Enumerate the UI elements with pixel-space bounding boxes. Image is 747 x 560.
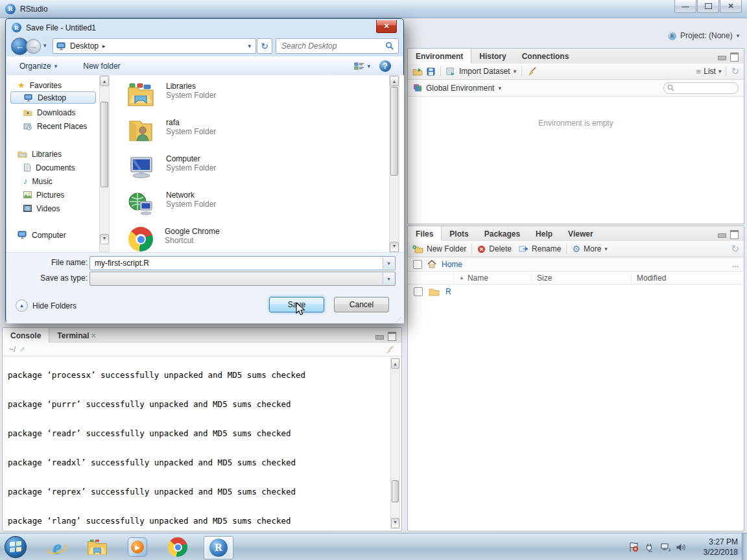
pane-maximize-icon[interactable] <box>730 230 739 239</box>
pane-maximize-icon[interactable] <box>730 52 739 62</box>
close-button[interactable]: ✕ <box>720 0 742 13</box>
tab-environment[interactable]: Environment <box>408 49 471 64</box>
tab-packages[interactable]: Packages <box>477 226 528 241</box>
project-selector[interactable]: R Project: (None) ▾ <box>668 31 739 40</box>
environment-search-input[interactable] <box>663 82 739 94</box>
search-box[interactable] <box>276 38 399 54</box>
sidebar-scrollbar[interactable]: ▲ ▲ <box>99 75 110 252</box>
row-checkbox[interactable] <box>414 287 423 296</box>
breadcrumb-home[interactable]: Home <box>442 260 462 269</box>
column-size[interactable]: Size <box>532 272 632 284</box>
file-item-rafa[interactable]: rafaSystem Folder <box>127 118 386 146</box>
import-dataset-button[interactable]: Import Dataset <box>459 67 510 76</box>
taskbar-rstudio-button[interactable]: R <box>204 536 233 559</box>
history-dropdown-icon[interactable]: ▾ <box>43 42 47 49</box>
address-breadcrumb[interactable]: Desktop ▸ ▾ <box>53 38 256 54</box>
open-folder-icon[interactable] <box>412 67 423 76</box>
taskbar-clock[interactable]: 3:27 PM 3/22/2018 <box>704 537 738 557</box>
pane-minimize-icon[interactable] <box>718 233 726 238</box>
delete-button[interactable]: Delete <box>489 244 512 253</box>
column-modified[interactable]: Modified <box>632 272 744 284</box>
file-item-computer[interactable]: ComputerSystem Folder <box>127 154 386 183</box>
sidebar-item-music[interactable]: ♪ Music <box>23 175 53 187</box>
clear-console-icon[interactable] <box>385 345 395 354</box>
chevron-down-icon[interactable]: ▾ <box>383 273 394 285</box>
dialog-close-button[interactable]: ✕ <box>376 20 397 33</box>
column-name[interactable]: ▲Name <box>454 274 532 283</box>
hide-folders-button[interactable]: ▲ Hide Folders <box>16 299 77 312</box>
refresh-icon[interactable]: ↻ <box>731 65 739 77</box>
sidebar-item-downloads[interactable]: Downloads <box>23 106 75 119</box>
sidebar-item-documents[interactable]: Documents <box>23 161 75 174</box>
sidebar-group-favorites[interactable]: ★ Favorites <box>18 79 62 91</box>
select-all-checkbox[interactable] <box>413 260 422 269</box>
ellipsis-button[interactable]: ... <box>732 260 739 269</box>
tab-viewer[interactable]: Viewer <box>560 226 600 241</box>
sidebar-group-libraries[interactable]: Libraries <box>18 148 62 160</box>
file-list-scrollbar[interactable]: ▲ ▲ <box>389 75 399 252</box>
new-folder-button[interactable]: New Folder <box>427 244 466 253</box>
refresh-button[interactable]: ↻ <box>257 38 272 54</box>
broom-icon[interactable] <box>527 67 538 76</box>
tab-help[interactable]: Help <box>528 226 560 241</box>
file-row-r[interactable]: R <box>408 285 744 299</box>
help-button[interactable]: ? <box>379 60 391 72</box>
pane-minimize-icon[interactable] <box>375 335 384 340</box>
file-item-chrome[interactable]: Google ChromeShortcut <box>127 227 386 252</box>
save-icon[interactable] <box>427 67 435 76</box>
action-center-icon[interactable] <box>628 542 639 552</box>
minimize-button[interactable]: — <box>674 0 696 13</box>
taskbar-wmp-icon[interactable]: ▶ <box>124 536 150 558</box>
sidebar-group-computer[interactable]: Computer <box>18 229 66 241</box>
file-name-input[interactable] <box>93 258 382 268</box>
search-input[interactable] <box>280 41 385 51</box>
pane-minimize-icon[interactable] <box>718 56 726 60</box>
volume-icon[interactable] <box>675 542 687 552</box>
sidebar-item-pictures[interactable]: Pictures <box>23 189 64 201</box>
restore-button[interactable] <box>697 0 719 13</box>
file-name-combobox[interactable]: ▾ <box>89 256 396 270</box>
goto-directory-icon[interactable]: ⇗ <box>19 345 25 354</box>
file-link[interactable]: R <box>445 287 451 296</box>
show-desktop-button[interactable] <box>742 533 747 560</box>
pane-maximize-icon[interactable] <box>388 332 396 341</box>
address-dropdown-icon[interactable]: ▾ <box>248 43 251 49</box>
network-tray-icon[interactable] <box>659 542 671 552</box>
tab-plots[interactable]: Plots <box>442 226 476 241</box>
sidebar-item-videos[interactable]: Videos <box>23 202 60 215</box>
resize-grip[interactable]: ⋰ <box>396 316 402 323</box>
power-plug-icon[interactable] <box>644 542 656 552</box>
organize-button[interactable]: Organize▾ <box>19 62 57 71</box>
start-button[interactable] <box>3 536 29 558</box>
rename-button[interactable]: Rename <box>532 244 561 253</box>
forward-button[interactable]: ← <box>26 39 41 54</box>
new-folder-button[interactable]: New folder <box>83 62 120 71</box>
taskbar-chrome-icon[interactable] <box>165 536 191 558</box>
cancel-button[interactable]: Cancel <box>334 297 389 312</box>
save-as-type-combobox[interactable]: ▾ <box>89 272 396 286</box>
environment-scope[interactable]: Global Environment <box>426 84 494 93</box>
close-tab-icon[interactable]: × <box>91 331 96 340</box>
breadcrumb-arrow-icon[interactable]: ▸ <box>102 43 106 49</box>
taskbar-explorer-icon[interactable] <box>84 536 110 558</box>
file-item-libraries[interactable]: LibrariesSystem Folder <box>127 82 386 110</box>
view-options-button[interactable]: ▾ <box>354 62 370 71</box>
tab-connections[interactable]: Connections <box>514 49 577 64</box>
sidebar-item-recent-places[interactable]: Recent Places <box>23 120 87 132</box>
chevron-down-icon[interactable]: ▾ <box>383 257 394 269</box>
console-output[interactable]: package ‘processx’ successfully unpacked… <box>8 358 387 528</box>
refresh-icon[interactable]: ↻ <box>731 243 739 255</box>
sidebar-item-desktop[interactable]: Desktop <box>10 91 96 104</box>
refresh-icon: ↻ <box>261 41 268 51</box>
file-item-network[interactable]: NetworkSystem Folder <box>127 191 386 219</box>
tab-console[interactable]: Console <box>3 328 49 343</box>
taskbar-ie-icon[interactable]: e <box>44 536 70 558</box>
tab-files[interactable]: Files <box>408 226 442 241</box>
search-icon[interactable] <box>385 41 394 51</box>
breadcrumb-location[interactable]: Desktop <box>70 41 99 51</box>
console-scrollbar[interactable]: ▲ ▲ <box>390 358 400 529</box>
more-button[interactable]: More <box>584 244 601 253</box>
list-view-button[interactable]: List <box>704 67 716 76</box>
tab-terminal[interactable]: Terminal × <box>49 328 103 343</box>
tab-history[interactable]: History <box>471 49 514 64</box>
